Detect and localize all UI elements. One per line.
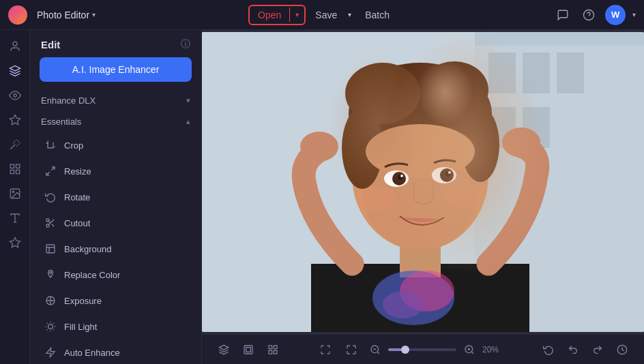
batch-button[interactable]: Batch: [358, 6, 396, 24]
frame-button[interactable]: [237, 339, 259, 361]
zoom-slider[interactable]: [388, 348, 456, 351]
chat-icon-button[interactable]: [553, 5, 572, 25]
auto-enhance-label: Auto Enhance: [64, 348, 120, 358]
svg-line-31: [53, 323, 54, 324]
svg-rect-71: [269, 346, 272, 349]
history-button[interactable]: [611, 339, 633, 361]
svg-line-30: [47, 329, 48, 330]
help-icon-button[interactable]: [579, 5, 598, 25]
replace-color-label: Replace Color: [64, 270, 120, 280]
svg-rect-35: [475, 46, 644, 332]
rotate-icon: [44, 190, 57, 204]
svg-point-60: [398, 175, 403, 180]
svg-point-63: [448, 171, 451, 174]
svg-rect-41: [202, 32, 475, 332]
replace-color-tool-item[interactable]: Replace Color: [30, 262, 201, 288]
svg-point-54: [461, 107, 499, 182]
svg-point-67: [502, 127, 540, 157]
app-logo: [8, 5, 27, 25]
grid-button[interactable]: [262, 339, 284, 361]
exposure-tool-item[interactable]: Exposure: [30, 288, 201, 314]
fill-light-label: Fill Light: [64, 322, 97, 332]
header-center-actions: Open ▾ Save ▾ Batch: [248, 5, 396, 25]
sidebar-layout-icon[interactable]: [4, 158, 26, 180]
panel-title: Edit: [41, 39, 60, 50]
crop-label: Crop: [64, 140, 83, 151]
undo-button[interactable]: [562, 339, 584, 361]
svg-rect-69: [244, 346, 252, 354]
user-menu-chevron[interactable]: ▾: [632, 11, 636, 18]
crop-view-button[interactable]: [340, 339, 362, 361]
svg-point-57: [432, 167, 456, 183]
main-area: Edit ⓘ A.I. Image Enhancer Enhance DLX ▾…: [0, 30, 644, 364]
svg-line-18: [52, 224, 55, 227]
sidebar-text-icon[interactable]: [4, 207, 26, 229]
layers-button[interactable]: [213, 339, 235, 361]
save-dropdown-button[interactable]: ▾: [344, 7, 355, 22]
rotate-tool-item[interactable]: Rotate: [30, 184, 201, 210]
essentials-section-header[interactable]: Essentials ▴: [30, 111, 201, 132]
background-tool-item[interactable]: Background: [30, 236, 201, 262]
svg-rect-34: [202, 32, 644, 332]
user-avatar-button[interactable]: W: [605, 5, 626, 25]
svg-rect-72: [274, 346, 277, 349]
svg-rect-74: [274, 350, 277, 354]
app-title-chevron: ▾: [92, 11, 96, 18]
zoom-out-button[interactable]: [366, 341, 384, 359]
reset-button[interactable]: [538, 339, 559, 361]
crop-tool-item[interactable]: Crop: [30, 132, 201, 158]
zoom-percent-label: 20%: [482, 345, 507, 354]
cutout-tool-item[interactable]: Cutout: [30, 210, 201, 236]
essentials-items: Crop Resize Rotate: [30, 132, 201, 364]
save-button-group: Save ▾: [308, 6, 355, 24]
auto-enhance-tool-item[interactable]: Auto Enhance: [30, 339, 201, 364]
sidebar-shapes-icon[interactable]: [4, 232, 26, 254]
sidebar-person-icon[interactable]: [4, 35, 26, 57]
open-main-button[interactable]: Open: [250, 6, 289, 24]
panel-header: Edit ⓘ: [30, 30, 201, 57]
resize-tool-item[interactable]: Resize: [30, 158, 201, 184]
svg-point-23: [48, 324, 53, 329]
header: Photo Editor ▾ Open ▾ Save ▾ Batch: [0, 0, 644, 30]
svg-point-10: [12, 191, 14, 192]
cutout-icon: [44, 216, 57, 230]
svg-point-15: [46, 219, 49, 222]
svg-rect-5: [10, 164, 14, 168]
svg-point-45: [372, 271, 454, 325]
svg-point-3: [13, 94, 16, 97]
rotate-label: Rotate: [64, 192, 90, 202]
panel-info-icon[interactable]: ⓘ: [181, 38, 190, 50]
sidebar-eye-icon[interactable]: [4, 85, 26, 106]
enhance-dlx-section-header[interactable]: Enhance DLX ▾: [30, 90, 201, 111]
svg-line-76: [377, 352, 379, 354]
svg-rect-7: [10, 170, 14, 174]
svg-point-55: [366, 124, 475, 179]
svg-point-47: [383, 291, 424, 318]
redo-button[interactable]: [587, 339, 609, 361]
fit-view-button[interactable]: [314, 339, 336, 361]
open-button-group: Open ▾: [248, 5, 306, 25]
sidebar-tools-icon[interactable]: [4, 60, 26, 82]
app-title-button[interactable]: Photo Editor ▾: [33, 7, 100, 23]
svg-marker-4: [10, 115, 20, 125]
canvas-viewport: [202, 30, 644, 334]
svg-rect-36: [488, 52, 516, 93]
svg-rect-73: [269, 350, 272, 354]
crop-icon: [44, 138, 57, 152]
background-label: Background: [64, 244, 111, 254]
svg-line-26: [47, 323, 48, 324]
sidebar-wand-icon[interactable]: [4, 134, 26, 155]
exposure-label: Exposure: [64, 296, 102, 306]
svg-rect-20: [46, 245, 55, 253]
sidebar-star-icon[interactable]: [4, 109, 26, 131]
zoom-in-button[interactable]: [460, 341, 478, 359]
svg-rect-40: [523, 107, 550, 148]
svg-point-50: [349, 63, 492, 165]
sidebar-image-icon[interactable]: [4, 183, 26, 204]
save-main-button[interactable]: Save: [308, 6, 344, 24]
bottom-toolbar: 20%: [202, 334, 644, 364]
svg-point-66: [300, 132, 338, 162]
open-dropdown-button[interactable]: ▾: [289, 7, 304, 22]
fill-light-tool-item[interactable]: Fill Light: [30, 314, 201, 339]
ai-enhancer-button[interactable]: A.I. Image Enhancer: [40, 57, 192, 82]
